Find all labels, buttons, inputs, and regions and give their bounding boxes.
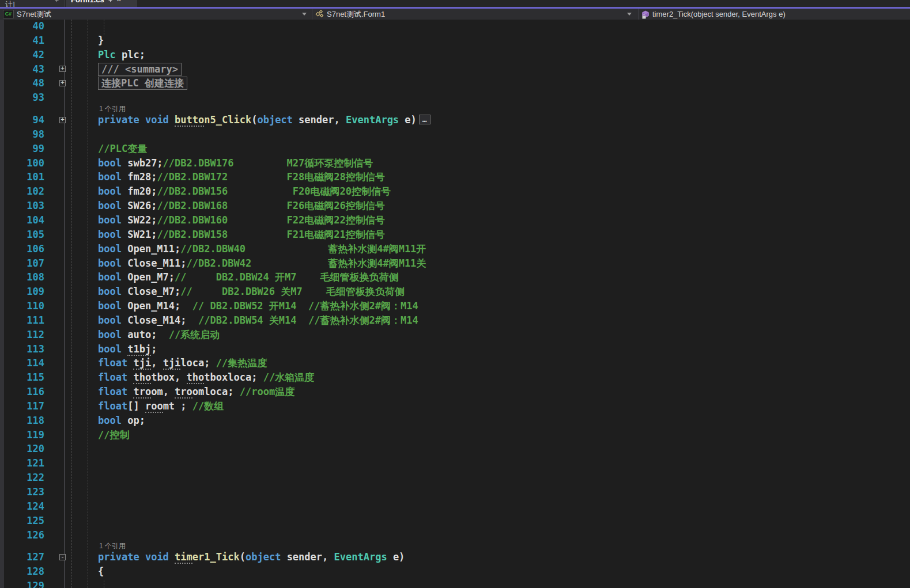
code-line[interactable]: 103bool SW26;//DB2.DBW168 F26电磁阀26控制信号: [0, 199, 910, 213]
line-number[interactable]: 107: [0, 256, 44, 271]
fold-expand-icon[interactable]: +: [59, 66, 66, 72]
line-number[interactable]: 98: [0, 127, 44, 142]
code-line[interactable]: 99//PLC变量: [0, 142, 910, 156]
line-number[interactable]: 110: [0, 299, 44, 313]
code-line[interactable]: 110bool Open_M14; // DB2.DBW52 开M14 //蓄热…: [0, 299, 910, 313]
code-line[interactable]: 123: [0, 485, 910, 499]
code-line[interactable]: 120: [0, 442, 910, 456]
code-line[interactable]: 128{: [0, 564, 910, 579]
code-editor[interactable]: 4041}42Plc plc;43+/// <summary>48+连接PLC …: [0, 20, 910, 588]
code-line[interactable]: 93: [0, 90, 910, 105]
line-number[interactable]: 122: [0, 471, 44, 485]
code-line[interactable]: 43+/// <summary>: [0, 62, 910, 77]
code-line[interactable]: 117float[] roomt ; //数组: [0, 399, 910, 414]
line-number[interactable]: 43: [0, 62, 44, 77]
code-line[interactable]: 106bool Open_M11;//DB2.DBW40 蓄热补水测4#阀M11…: [0, 242, 910, 256]
line-number[interactable]: 112: [0, 328, 44, 342]
project-dropdown[interactable]: C# S7net测试: [0, 9, 312, 20]
code-line[interactable]: 111bool Close_M14; //DB2.DBW54 关M14 //蓄热…: [0, 313, 910, 328]
code-line[interactable]: 127-private void timer1_Tick(object send…: [0, 550, 910, 564]
project-name: S7net测试: [17, 9, 51, 20]
code-line[interactable]: 122: [0, 471, 910, 485]
code-line[interactable]: 102bool fm20;//DB2.DBW156 F20电磁阀20控制信号: [0, 184, 910, 199]
line-number[interactable]: 93: [0, 90, 44, 105]
line-number[interactable]: 127: [0, 550, 44, 564]
code-line[interactable]: 125: [0, 514, 910, 528]
class-name: S7net测试.Form1: [327, 9, 385, 20]
code-line[interactable]: 112bool auto; //系统启动: [0, 328, 910, 342]
line-number[interactable]: 114: [0, 356, 44, 370]
line-number[interactable]: 126: [0, 528, 44, 543]
code-line[interactable]: 104bool SW22;//DB2.DBW160 F22电磁阀22控制信号: [0, 213, 910, 227]
line-number[interactable]: 119: [0, 428, 44, 442]
line-number[interactable]: 124: [0, 499, 44, 514]
code-line[interactable]: 115float thotbox, thotboxloca; //水箱温度: [0, 370, 910, 385]
pin-icon[interactable]: [108, 0, 113, 2]
code-line[interactable]: 40: [0, 20, 910, 33]
collapsed-body-box[interactable]: …: [419, 115, 431, 124]
code-line[interactable]: 114float tji, tjiloca; //集热温度: [0, 356, 910, 370]
line-number[interactable]: 115: [0, 370, 44, 385]
code-line[interactable]: 116float troom, troomloca; //room温度: [0, 385, 910, 399]
line-number[interactable]: 105: [0, 227, 44, 242]
code-line[interactable]: 119//控制: [0, 428, 910, 442]
code-line[interactable]: 109bool Close_M7;// DB2.DBW26 关M7 毛细管板换负…: [0, 284, 910, 299]
code-line[interactable]: 98: [0, 127, 910, 142]
line-number[interactable]: 129: [0, 579, 44, 588]
code-line[interactable]: 100bool swb27;//DB2.DBW176 M27循环泵控制信号: [0, 156, 910, 170]
code-line[interactable]: 107bool Close_M11;//DB2.DBW42 蓄热补水测4#阀M1…: [0, 256, 910, 271]
line-number[interactable]: 118: [0, 414, 44, 428]
code-line[interactable]: 129: [0, 579, 910, 588]
line-number[interactable]: 120: [0, 442, 44, 456]
line-number[interactable]: 101: [0, 170, 44, 184]
line-number[interactable]: 111: [0, 313, 44, 328]
code-line[interactable]: 94+private void button5_Click(object sen…: [0, 113, 910, 127]
method-dropdown[interactable]: timer2_Tick(object sender, EventArgs e): [638, 9, 910, 20]
line-number[interactable]: 41: [0, 33, 44, 48]
fold-expand-icon[interactable]: +: [59, 117, 66, 123]
class-dropdown[interactable]: S7net测试.Form1: [312, 9, 638, 20]
line-number[interactable]: 106: [0, 242, 44, 256]
line-number[interactable]: 94: [0, 113, 44, 127]
code-line[interactable]: 121: [0, 456, 910, 471]
code-line[interactable]: 126: [0, 528, 910, 543]
tab-form1-cs-active[interactable]: Form1.cs ✕: [66, 0, 137, 7]
code-line[interactable]: 101bool fm28;//DB2.DBW172 F28电磁阀28控制信号: [0, 170, 910, 184]
token: n5_Click: [204, 114, 251, 126]
line-number[interactable]: 121: [0, 456, 44, 471]
line-number[interactable]: 128: [0, 564, 44, 579]
line-number[interactable]: 125: [0, 514, 44, 528]
line-number[interactable]: 42: [0, 48, 44, 62]
pin-icon[interactable]: [54, 0, 59, 2]
line-number[interactable]: 48: [0, 76, 44, 90]
fold-expand-icon[interactable]: +: [59, 80, 66, 86]
code-line[interactable]: 42Plc plc;: [0, 48, 910, 62]
line-number[interactable]: 99: [0, 142, 44, 156]
line-number[interactable]: 117: [0, 399, 44, 414]
line-number[interactable]: 100: [0, 156, 44, 170]
tab-form1-design[interactable]: Form1.cs [设计]: [0, 0, 65, 7]
codelens-references[interactable]: 1 个引用: [99, 105, 126, 113]
line-number[interactable]: 109: [0, 284, 44, 299]
line-number[interactable]: 123: [0, 485, 44, 499]
line-number[interactable]: 40: [0, 20, 44, 33]
code-line[interactable]: 113bool t1bj;: [0, 342, 910, 356]
line-number[interactable]: 116: [0, 385, 44, 399]
line-number[interactable]: 108: [0, 270, 44, 284]
code-line[interactable]: 48+连接PLC 创建连接: [0, 76, 910, 90]
collapsed-region[interactable]: 连接PLC 创建连接: [98, 77, 187, 90]
line-number[interactable]: 113: [0, 342, 44, 356]
code-line[interactable]: 41}: [0, 33, 910, 48]
code-line[interactable]: 105bool SW21;//DB2.DBW158 F21电磁阀21控制信号: [0, 227, 910, 242]
collapsed-region[interactable]: /// <summary>: [98, 63, 182, 76]
line-number[interactable]: 102: [0, 184, 44, 199]
fold-collapse-icon[interactable]: -: [59, 554, 66, 560]
code-line[interactable]: 124: [0, 499, 910, 514]
code-line[interactable]: 108bool Open_M7;// DB2.DBW24 开M7 毛细管板换负荷…: [0, 270, 910, 284]
code-line[interactable]: 118bool op;: [0, 414, 910, 428]
close-icon[interactable]: ✕: [116, 0, 122, 3]
codelens-references[interactable]: 1 个引用: [99, 542, 126, 550]
line-number[interactable]: 103: [0, 199, 44, 213]
line-number[interactable]: 104: [0, 213, 44, 227]
token: e): [399, 114, 417, 126]
